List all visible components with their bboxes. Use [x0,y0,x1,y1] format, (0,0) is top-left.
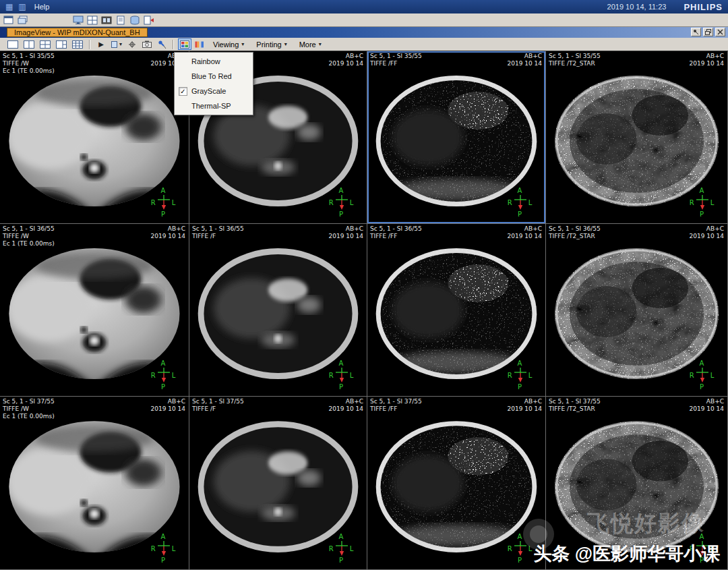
pushpin-icon[interactable] [155,38,169,50]
exit-icon[interactable] [144,16,154,25]
checkbox-empty [179,57,187,66]
viewing-menu[interactable]: Viewing▾ [208,38,249,50]
cell-annotation-topright: AB+C 2019 10 14 [328,398,363,413]
cell-annotation-topright: AB+C 2019 10 14 [328,53,363,67]
watermark-ghost-text: 飞悦好影像 [587,509,705,539]
viewport-cell-r2c1[interactable]: Sc 5, 1 - Sl 36/55 TIFFE /W Ec 1 (TE 0.0… [0,224,189,397]
layout-1plus2-button[interactable] [54,38,69,50]
orientation-cross-icon [514,194,527,210]
orientation-right: R [151,545,156,552]
orientation-cross-icon [157,194,171,210]
orientation-anterior: A [504,187,536,194]
layout-2x2-button[interactable] [38,38,53,50]
date-label: 2019 10 14 [328,233,363,240]
viewport-cell-r1c4[interactable]: Sc 5, 1 - Sl 35/55 TIFFE /T2_STAR AB+C 2… [546,51,728,224]
cascade-windows-icon[interactable] [18,16,28,25]
layout-1x2-button[interactable] [22,38,36,50]
cell-annotation-topright: AB+C 2019 10 14 [507,398,542,413]
cell-annotation-topright: AB+C 2019 10 14 [689,398,724,413]
cell-annotation-topleft: Sc 5, 1 - Sl 37/55 TIFFE /T2_STAR [549,398,601,413]
colormap-option-label: Rainbow [191,57,220,65]
orientation-right: R [329,545,334,552]
cine-options-button[interactable]: ▾ [109,38,124,50]
cell-annotation-topleft: Sc 5, 1 - Sl 35/55 TIFFE /T2_STAR [549,53,601,67]
echo-label: Ec 1 (TE 0.00ms) [3,413,55,420]
viewport-cell-r1c3[interactable]: Sc 5, 1 - Sl 35/55 TIFFE /FF AB+C 2019 1… [367,51,546,224]
orientation-marker: A R L P [504,187,536,218]
colormap-strip-icon[interactable] [193,38,206,50]
cell-annotation-topright: AB+C 2019 10 14 [150,225,185,240]
database-icon[interactable] [129,16,140,25]
viewport-cell-r2c2[interactable]: Sc 5, 1 - Sl 36/55 TIFFE /F AB+C 2019 10… [189,224,367,397]
orientation-left: L [528,199,533,206]
crosshair-icon[interactable] [125,38,139,50]
cell-annotation-topleft: Sc 5, 1 - Sl 37/55 TIFFE /W Ec 1 (TE 0.0… [3,398,55,420]
window-title-tab[interactable]: ImageView - WIP mDIXON-Quant_BH [7,28,148,37]
restore-window-button[interactable] [703,28,713,36]
protocol-label: AB+C [689,53,724,60]
protocol-label: AB+C [507,225,542,233]
viewport-cell-r3c2[interactable]: Sc 5, 1 - Sl 37/55 TIFFE /F AB+C 2019 10… [189,397,367,570]
orientation-right: R [690,199,694,206]
pin-panel-button[interactable] [691,28,701,36]
cell-annotation-topright: AB+C 2019 10 14 [507,53,542,67]
series-label: TIFFE /T2_STAR [549,405,601,413]
orientation-left: L [528,372,533,379]
colormap-palette-button[interactable] [178,38,191,50]
split-layout-icon[interactable] [87,16,98,25]
top-menu-bar: ▦ ▥ Help 2019 10 14, 11:23 PHILIPS [0,0,728,13]
colormap-option-label: Blue To Red [191,72,232,80]
scan-slice-label: Sc 5, 1 - Sl 36/55 [192,225,244,233]
scan-slice-label: Sc 5, 1 - Sl 37/55 [370,398,422,405]
orientation-anterior: A [504,360,536,367]
viewport-cell-r1c1[interactable]: Sc 5, 1 - Sl 35/55 TIFFE /W Ec 1 (TE 0.0… [0,51,189,224]
viewport-cell-r3c1[interactable]: Sc 5, 1 - Sl 37/55 TIFFE /W Ec 1 (TE 0.0… [0,397,189,570]
colormap-option-grayscale[interactable]: ✓GrayScale [175,84,252,98]
orientation-posterior: P [325,557,357,564]
window-title-bar: ImageView - WIP mDIXON-Quant_BH [0,27,728,38]
orientation-posterior: P [504,557,536,564]
film-strip-icon[interactable] [101,16,112,25]
more-menu[interactable]: More▾ [294,38,327,50]
series-label: TIFFE /F [192,405,244,413]
snapshot-icon[interactable] [140,38,154,50]
layout-grid-button[interactable] [70,38,85,50]
date-label: 2019 10 14 [689,405,724,413]
monitor-icon[interactable] [73,16,84,25]
date-label: 2019 10 14 [507,233,542,240]
protocol-label: AB+C [150,225,185,233]
date-label: 2019 10 14 [150,405,185,413]
cell-annotation-topleft: Sc 5, 1 - Sl 36/55 TIFFE /FF [370,225,422,240]
orientation-anterior: A [325,360,357,367]
layout-1x1-button[interactable] [5,38,20,50]
colormap-option-rainbow[interactable]: Rainbow [175,54,252,69]
date-label: 2019 10 14 [328,405,363,413]
help-menu[interactable]: Help [34,3,50,11]
new-window-icon[interactable] [3,16,14,25]
orientation-anterior: A [325,533,357,540]
protocol-label: AB+C [328,398,363,405]
philips-logo: PHILIPS [684,2,723,12]
cine-play-button[interactable]: ▶ [94,38,108,50]
app-windows-icon[interactable]: ▥ [18,3,26,11]
report-icon[interactable] [115,16,126,25]
colormap-option-blue-to-red[interactable]: Blue To Red [175,69,252,84]
series-label: TIFFE /W [3,405,55,413]
cell-annotation-topright: AB+C 2019 10 14 [328,225,363,240]
app-tiles-icon[interactable]: ▦ [5,3,13,11]
watermark-text: 头条 @医影师华哥小课 [533,542,720,566]
colormap-option-label: GrayScale [191,87,226,95]
viewport-cell-r3c3[interactable]: Sc 5, 1 - Sl 37/55 TIFFE /FF AB+C 2019 1… [367,397,546,570]
orientation-posterior: P [325,210,357,218]
printing-menu[interactable]: Printing▾ [251,38,292,50]
date-label: 2019 10 14 [507,60,542,67]
orientation-right: R [508,545,512,552]
close-window-button[interactable] [715,28,725,36]
echo-label: Ec 1 (TE 0.00ms) [3,240,55,248]
scan-slice-label: Sc 5, 1 - Sl 37/55 [192,398,244,405]
colormap-option-thermal-sp[interactable]: Thermal-SP [175,98,252,113]
viewport-cell-r2c4[interactable]: Sc 5, 1 - Sl 36/55 TIFFE /T2_STAR AB+C 2… [546,224,728,397]
orientation-anterior: A [325,187,357,194]
viewport-cell-r2c3[interactable]: Sc 5, 1 - Sl 36/55 TIFFE /FF AB+C 2019 1… [367,224,546,397]
chevron-down-icon: ▾ [241,41,244,47]
